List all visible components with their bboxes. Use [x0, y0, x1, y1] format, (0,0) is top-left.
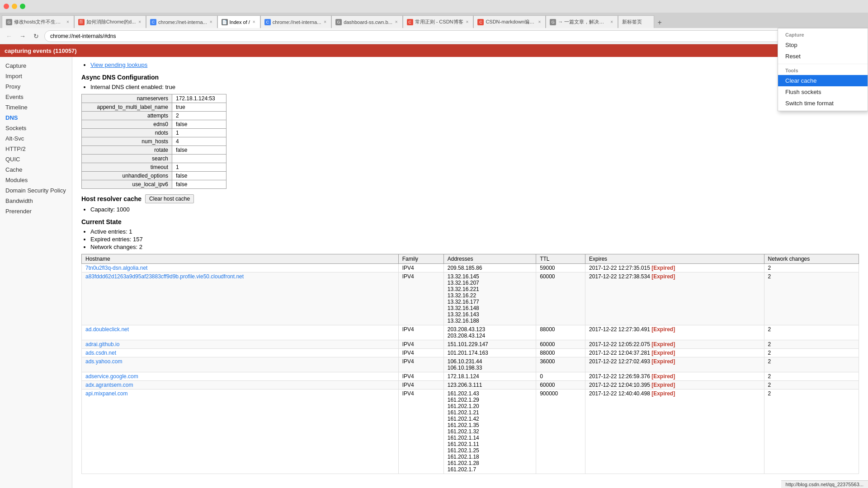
tab-close-9[interactable]: × — [609, 19, 614, 25]
addresses-cell: 123.206.3.111 — [443, 381, 536, 389]
tab-close-6[interactable]: × — [394, 19, 399, 25]
ttl-cell: 60000 — [536, 381, 585, 389]
addresses-cell: 172.18.1.124 — [443, 372, 536, 381]
dropdown-tools-label: Tools — [778, 66, 868, 75]
dns-config-row: ndots1 — [82, 129, 226, 137]
capacity-list: Capacity: 1000 — [90, 206, 859, 213]
tab-9[interactable]: G → 一篇文章，解决Mac... × — [546, 15, 618, 28]
hostname-cell: 7tn0u2fl3q-dsn.algolia.net — [82, 264, 399, 272]
tab-favicon-4: 📄 — [222, 19, 228, 25]
tab-10[interactable]: 新标签页 — [618, 15, 654, 28]
tab-close-4[interactable]: × — [252, 19, 256, 25]
network-changes-cell: 2 — [764, 340, 859, 349]
table-row: api.mixpanel.com IPV4 161.202.1.43161.20… — [82, 389, 859, 474]
close-button[interactable] — [4, 4, 9, 9]
sidebar-item-cache[interactable]: Cache — [0, 164, 72, 175]
tab-close-1[interactable]: × — [66, 19, 70, 25]
tab-1[interactable]: G 修改hosts文件不生失... × — [2, 15, 74, 28]
sidebar-item-capture[interactable]: Capture — [0, 61, 72, 71]
address-bar-row: ← → ↻ ☆ 📡 ⬤ 🔌 ⋮ — [0, 28, 868, 44]
window-controls[interactable] — [4, 4, 25, 9]
sidebar-item-dns[interactable]: DNS — [0, 113, 72, 123]
sidebar: Capture Import Proxy Events Timeline DNS… — [0, 57, 72, 488]
dropdown-reset[interactable]: Reset — [778, 51, 868, 62]
table-row: ad.doubleclick.net IPV4 203.208.43.12320… — [82, 325, 859, 340]
expires-cell: 2017-12-22 12:27:38.534 [Expired] — [585, 272, 764, 325]
sidebar-item-import[interactable]: Import — [0, 71, 72, 81]
dropdown-stop[interactable]: Stop — [778, 39, 868, 51]
addresses-cell: 151.101.229.147 — [443, 340, 536, 349]
expires-cell: 2017-12-22 12:26:59.376 [Expired] — [585, 372, 764, 381]
dropdown-capture-label: Capture — [778, 30, 868, 39]
network-changes-cell: 2 — [764, 372, 859, 381]
new-tab-button[interactable]: + — [654, 17, 665, 28]
view-pending-lookups-link[interactable]: View pending lookups — [90, 61, 147, 68]
tab-label-10: 新标签页 — [622, 19, 642, 25]
dns-key: use_local_ipv6 — [82, 180, 172, 189]
dns-value: true — [172, 103, 226, 112]
dns-config-row: nameservers172.18.1.124:53 — [82, 94, 226, 103]
expires-cell: 2017-12-22 12:27:35.015 [Expired] — [585, 264, 764, 272]
tab-close-2[interactable]: × — [137, 19, 142, 25]
family-cell: IPV4 — [398, 349, 443, 357]
tab-close-3[interactable]: × — [209, 19, 213, 25]
back-button[interactable]: ← — [4, 31, 14, 42]
tab-6[interactable]: G dashboard-ss.cwn.b... × — [331, 15, 402, 28]
internal-dns-label: Internal DNS client enabled: true — [90, 84, 859, 90]
expires-cell: 2017-12-22 12:27:02.493 [Expired] — [585, 357, 764, 372]
address-input[interactable] — [44, 30, 805, 42]
cache-table-header-cell: Family — [398, 254, 443, 264]
dns-config-row: use_local_ipv6false — [82, 180, 226, 189]
tab-2[interactable]: 百 如何消除Chrome的d... × — [74, 15, 146, 28]
sidebar-item-prerender[interactable]: Prerender — [0, 206, 72, 216]
dns-config-row: attempts2 — [82, 112, 226, 120]
tab-8[interactable]: C CSDN-markdown编辑... × — [473, 15, 546, 28]
maximize-button[interactable] — [20, 4, 25, 9]
sidebar-item-modules[interactable]: Modules — [0, 175, 72, 185]
clear-host-cache-button[interactable]: Clear host cache — [145, 194, 194, 203]
dropdown-flush-sockets[interactable]: Flush sockets — [778, 86, 868, 98]
ttl-cell: 0 — [536, 372, 585, 381]
family-cell: IPV4 — [398, 381, 443, 389]
expired-badge: [Expired] — [651, 273, 675, 280]
forward-button[interactable]: → — [17, 31, 28, 42]
dns-value: 1 — [172, 129, 226, 137]
tab-7[interactable]: C 常用正则 - CSDN博客 × — [403, 15, 474, 28]
sidebar-item-timeline[interactable]: Timeline — [0, 102, 72, 113]
tab-close-5[interactable]: × — [323, 19, 327, 25]
tab-5[interactable]: C chrome://net-interna... × — [260, 15, 331, 28]
dropdown-switch-time-format[interactable]: Switch time format — [778, 98, 868, 109]
dns-value: 2 — [172, 112, 226, 120]
cache-table: HostnameFamilyAddressesTTLExpiresNetwork… — [81, 254, 859, 474]
minimize-button[interactable] — [12, 4, 17, 9]
tab-3[interactable]: C chrome://net-interna... × — [146, 15, 217, 28]
expired-entries: Expired entries: 157 — [90, 236, 859, 243]
tab-favicon-8: C — [477, 19, 484, 25]
network-changes-cell: 2 — [764, 381, 859, 389]
sidebar-item-proxy[interactable]: Proxy — [0, 81, 72, 92]
hostname-cell: adx.agrantsem.com — [82, 381, 399, 389]
tab-label-3: chrome://net-interna... — [158, 19, 207, 25]
sidebar-item-events[interactable]: Events — [0, 92, 72, 102]
expired-badge: [Expired] — [651, 358, 675, 365]
network-changes: Network changes: 2 — [90, 244, 859, 250]
expired-badge: [Expired] — [651, 373, 675, 380]
hostname-cell: adrai.github.io — [82, 340, 399, 349]
dns-config-row: timeout1 — [82, 163, 226, 172]
family-cell: IPV4 — [398, 372, 443, 381]
dns-config-row: edns0false — [82, 120, 226, 129]
tab-4[interactable]: 📄 Index of / × — [217, 15, 260, 28]
tab-close-7[interactable]: × — [465, 19, 470, 25]
sidebar-item-http2[interactable]: HTTP/2 — [0, 144, 72, 154]
sidebar-item-quic[interactable]: QUIC — [0, 154, 72, 164]
sidebar-item-domain-security[interactable]: Domain Security Policy — [0, 185, 72, 196]
sidebar-item-bandwidth[interactable]: Bandwidth — [0, 196, 72, 206]
sidebar-item-sockets[interactable]: Sockets — [0, 123, 72, 133]
tab-close-8[interactable]: × — [537, 19, 542, 25]
sidebar-item-alt-svc[interactable]: Alt-Svc — [0, 133, 72, 144]
tab-label-7: 常用正则 - CSDN博客 — [415, 19, 463, 25]
ttl-cell: 88000 — [536, 349, 585, 357]
network-changes-cell: 2 — [764, 325, 859, 340]
reload-button[interactable]: ↻ — [31, 31, 42, 42]
dropdown-clear-cache[interactable]: Clear cache — [778, 75, 868, 86]
